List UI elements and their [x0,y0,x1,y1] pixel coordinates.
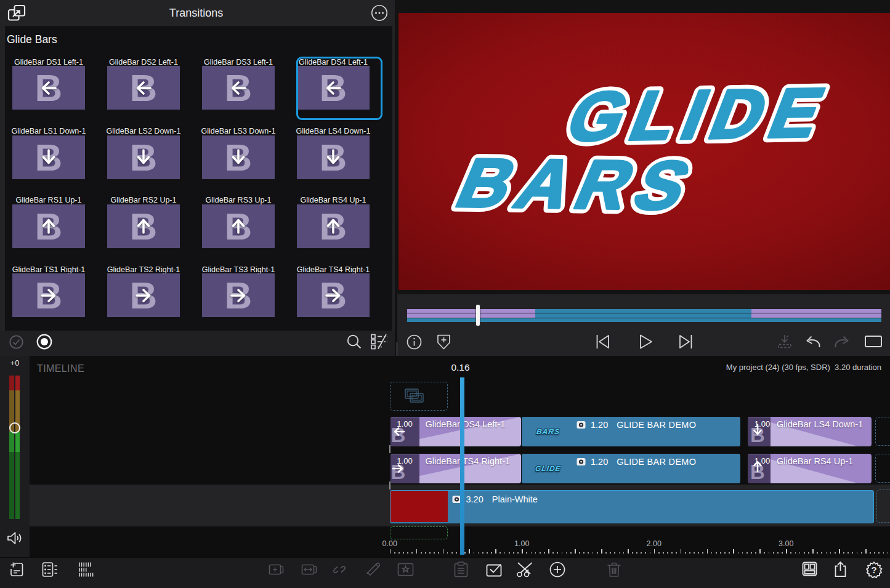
svg-text:BARS: BARS [446,145,711,225]
svg-text:?: ? [872,565,877,575]
svg-text:GLIDE: GLIDE [557,74,843,156]
